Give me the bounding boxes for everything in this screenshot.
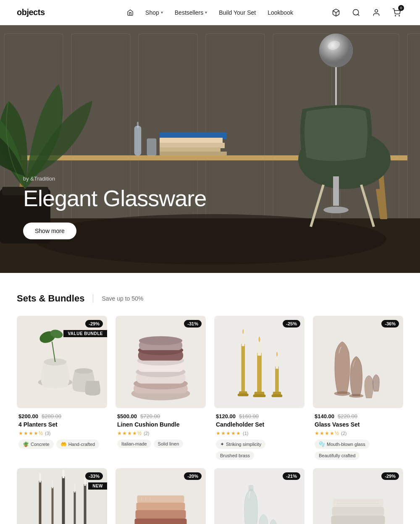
- stars-candle: ★★★★★: [216, 430, 241, 436]
- tags-row-candle: ✦ Striking simplicity Brushed brass: [216, 440, 303, 460]
- product-name-cushion: Linen Cushion Bundle: [117, 421, 204, 428]
- site-header: objects Shop ▾ Bestsellers ▾ Build Your …: [0, 0, 420, 25]
- discount-badge-cushion: -31%: [184, 320, 202, 328]
- hero-section: by &Tradition Elegant Glassware Show mor…: [0, 25, 420, 273]
- new-badge-candlesticks: NEW: [88, 482, 107, 490]
- svg-rect-84: [63, 470, 65, 478]
- glass-icon: 🫧: [319, 441, 325, 447]
- hero-title: Elegant Glassware: [23, 186, 206, 211]
- price-original-candle: $160.00: [239, 413, 259, 419]
- product-card-cushion[interactable]: -31% $500.00 $720.00 Linen Cushion Bundl…: [116, 316, 206, 460]
- product-image-throw: -29%: [313, 468, 403, 524]
- svg-rect-76: [62, 477, 65, 524]
- tag-brass: Brushed brass: [216, 451, 254, 460]
- review-count-candle: (1): [243, 431, 248, 436]
- product-card-candle[interactable]: -25% $120.00 $160.00 Candleholder Set ★★…: [214, 316, 304, 460]
- price-current-planters: $200.00: [18, 413, 38, 419]
- product-info-vases: $140.00 $220.00 Glass Vases Set ★★★★½ (2…: [313, 408, 403, 460]
- stars-row-cushion: ★★★★½ (2): [117, 430, 204, 436]
- cart-icon-button[interactable]: 0: [390, 6, 403, 19]
- product-image-cushion: -31%: [116, 316, 206, 408]
- svg-rect-24: [137, 122, 139, 128]
- svg-rect-74: [52, 487, 54, 524]
- product-image-candle: -25%: [214, 316, 304, 408]
- svg-point-3: [375, 9, 378, 12]
- svg-rect-97: [331, 516, 385, 524]
- svg-rect-68: [272, 394, 283, 397]
- product-card-vases[interactable]: -36% $140.00 $220.00 Glass Vases Set ★★★…: [313, 316, 403, 460]
- svg-rect-89: [136, 510, 186, 519]
- svg-point-71: [349, 394, 363, 398]
- nav-build-your-set[interactable]: Build Your Set: [213, 0, 262, 25]
- discount-badge-throw: -29%: [381, 472, 399, 480]
- site-logo[interactable]: objects: [17, 8, 45, 17]
- value-badge-planters: VALUE BUNDLE: [63, 330, 107, 337]
- svg-rect-22: [160, 152, 227, 155]
- svg-rect-23: [134, 126, 141, 155]
- discount-badge-vases: -36%: [381, 320, 399, 328]
- nav-bestsellers[interactable]: Bestsellers ▾: [169, 0, 213, 25]
- review-count-planters: (3): [45, 431, 50, 436]
- sets-bundles-section: Sets & Bundles Save up to 50%: [0, 273, 420, 524]
- section-title: Sets & Bundles: [17, 293, 84, 304]
- svg-rect-72: [39, 481, 42, 524]
- discount-badge-towels: -20%: [184, 472, 202, 480]
- svg-point-70: [334, 391, 351, 396]
- section-subtitle: Save up to 50%: [102, 295, 143, 302]
- product-grid-row1: -29% VALUE BUNDLE $200.00 $280.00 4 Plan…: [17, 316, 403, 460]
- stars-planters: ★★★★½: [18, 430, 43, 436]
- hero-content: by &Tradition Elegant Glassware Show mor…: [23, 176, 206, 239]
- svg-rect-58: [242, 344, 245, 393]
- product-card-glassbottles[interactable]: -21% $65.00 $82.00 Glass Bottle Set: [214, 468, 304, 524]
- stars-vases: ★★★★½: [315, 430, 339, 436]
- tag-mouthblown: 🫧 Mouth-blown glass: [315, 440, 370, 449]
- svg-rect-19: [160, 138, 223, 144]
- svg-point-28: [319, 34, 353, 67]
- svg-point-42: [75, 368, 93, 374]
- tag-concrete: 🪴 Concrete: [18, 440, 54, 449]
- product-grid-row2: -33% NEW $95.00 $140.00 Candle Sticks Se…: [17, 468, 403, 524]
- nav-lookbook[interactable]: Lookbook: [262, 0, 299, 25]
- review-count-cushion: (2): [144, 431, 149, 436]
- svg-rect-65: [257, 343, 261, 356]
- product-card-throw[interactable]: -29% $110.00 $155.00 Linen Throw Set: [313, 468, 403, 524]
- product-card-planters[interactable]: -29% VALUE BUNDLE $200.00 $280.00 4 Plan…: [17, 316, 107, 460]
- product-image-candlesticks: -33% NEW: [17, 468, 107, 524]
- main-nav: Shop ▾ Bestsellers ▾ Build Your Set Look…: [121, 0, 299, 25]
- product-card-candlesticks[interactable]: -33% NEW $95.00 $140.00 Candle Sticks Se…: [17, 468, 107, 524]
- handcrafted-icon: 🤲: [60, 441, 67, 447]
- concrete-icon: 🪴: [23, 441, 29, 447]
- price-current-vases: $140.00: [315, 413, 334, 419]
- hero-cta-button[interactable]: Show more: [23, 223, 76, 239]
- search-icon-button[interactable]: [349, 6, 363, 19]
- nav-shop[interactable]: Shop ▾: [139, 0, 169, 25]
- stars-row-vases: ★★★★½ (2): [315, 430, 402, 436]
- header-icons: 0: [329, 6, 403, 19]
- cart-count: 0: [398, 5, 404, 11]
- cube-icon-button[interactable]: [329, 6, 343, 19]
- svg-rect-98: [332, 507, 384, 516]
- svg-rect-88: [135, 519, 187, 524]
- section-divider: [93, 294, 93, 303]
- product-card-towels[interactable]: -20% $80.00 $100.00 Towel Bundle: [116, 468, 206, 524]
- svg-point-36: [323, 207, 349, 213]
- svg-rect-86: [84, 477, 86, 486]
- hero-brand-label: by &Tradition: [23, 176, 206, 182]
- product-name-candle: Candleholder Set: [216, 421, 303, 428]
- svg-rect-66: [275, 367, 279, 394]
- svg-rect-25: [147, 139, 156, 155]
- tag-italian: Italian-made: [117, 440, 151, 448]
- product-image-vases: -36%: [313, 316, 403, 408]
- svg-point-57: [139, 336, 182, 346]
- svg-rect-85: [74, 484, 76, 493]
- nav-home[interactable]: [121, 0, 139, 25]
- svg-rect-99: [333, 499, 383, 507]
- svg-rect-69: [276, 357, 278, 369]
- price-original-planters: $280.00: [42, 413, 61, 419]
- price-original-cushion: $720.00: [140, 413, 160, 419]
- svg-rect-60: [238, 393, 249, 396]
- product-name-planters: 4 Planters Set: [18, 421, 105, 428]
- svg-rect-78: [74, 491, 76, 524]
- account-icon-button[interactable]: [370, 6, 383, 19]
- section-header: Sets & Bundles Save up to 50%: [17, 293, 403, 304]
